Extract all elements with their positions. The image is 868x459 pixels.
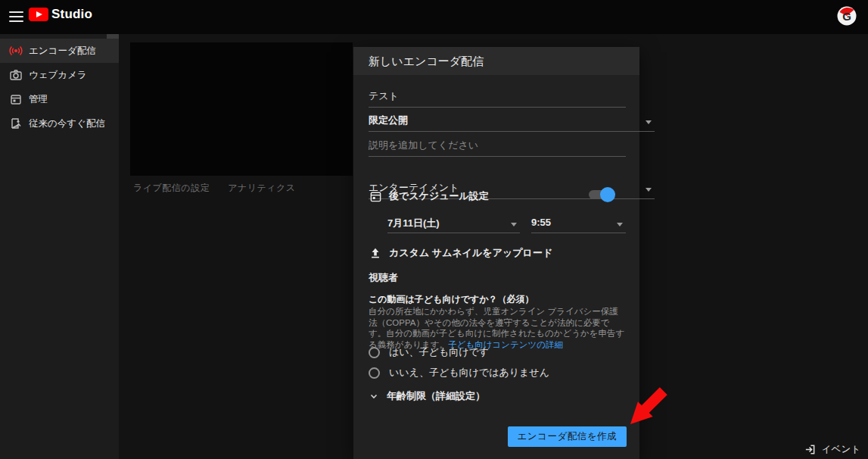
stream-title-input[interactable]: テスト (369, 89, 626, 108)
radio-icon (369, 367, 380, 379)
radio-made-for-kids-no[interactable]: いいえ、子ども向けではありません (369, 366, 626, 379)
annotation-arrow-icon (623, 377, 676, 433)
radio-no-label: いいえ、子ども向けではありません (389, 366, 549, 379)
radio-made-for-kids-yes[interactable]: はい、子ども向けです (369, 345, 626, 359)
visibility-select[interactable]: 限定公開 (369, 114, 655, 132)
send-feedback-button[interactable]: ! フィードバックを送信 (0, 448, 119, 459)
dialog-title: 新しいエンコーダ配信 (353, 47, 639, 75)
studio-logo[interactable]: Studio (29, 7, 92, 22)
new-encoder-stream-dialog: 新しいエンコーダ配信 テスト 限定公開 説明を追加してください エンターテイメン… (353, 47, 639, 459)
description-placeholder: 説明を追加してください (369, 139, 478, 151)
sidebar: エンコーダ配信 ウェブカメラ (0, 34, 119, 459)
description-input[interactable]: 説明を追加してください (369, 139, 626, 157)
create-encoder-stream-button[interactable]: エンコーダ配信を作成 (508, 426, 627, 447)
event-button[interactable]: イベント (804, 443, 860, 456)
kids-question: この動画は子ども向けですか？（必須） (369, 293, 626, 306)
radio-yes-label: はい、子ども向けです (389, 345, 489, 359)
svg-text:G: G (842, 10, 851, 23)
youtube-studio-screen: Studio G エンコーダ配信 (0, 0, 868, 459)
upload-thumbnail-button[interactable]: カスタム サムネイルをアップロード (369, 246, 626, 260)
date-select[interactable]: 7月11日(土) (387, 217, 520, 233)
top-bar: Studio G (0, 0, 868, 34)
stream-preview-placeholder (130, 42, 353, 176)
schedule-toggle[interactable] (587, 187, 615, 202)
visibility-value: 限定公開 (369, 114, 408, 126)
broadcast-icon (9, 44, 23, 58)
chevron-down-icon (511, 223, 517, 226)
sidebar-item-manage[interactable]: 管理 (0, 87, 119, 111)
enter-event-icon (804, 444, 816, 455)
schedule-label: 後でスケジュール設定 (389, 189, 489, 203)
camera-icon (9, 68, 23, 82)
calendar-manage-icon (9, 92, 23, 106)
radio-icon (369, 347, 380, 358)
age-restriction-expander[interactable]: 年齢制限（詳細設定） (369, 389, 626, 403)
chevron-down-icon (646, 188, 652, 192)
time-select[interactable]: 9:55 (531, 217, 626, 233)
schedule-row: 後でスケジュール設定 (369, 189, 626, 203)
brand-text: Studio (51, 7, 92, 22)
audience-section-label: 視聴者 (369, 271, 626, 285)
youtube-play-icon (29, 8, 48, 21)
event-label: イベント (822, 443, 860, 456)
toggle-thumb (600, 187, 615, 202)
age-restriction-label: 年齢制限（詳細設定） (387, 389, 485, 403)
date-value: 7月11日(土) (387, 217, 440, 229)
chevron-down-icon (617, 223, 623, 226)
chevron-down-icon (369, 391, 379, 401)
hamburger-menu-icon[interactable] (9, 11, 23, 22)
chevron-down-icon (646, 120, 652, 124)
kids-notice: 自分の所在地にかかわらず、児童オンライン プライバシー保護法（COPPA）やその… (369, 306, 627, 350)
tab-stream-settings[interactable]: ライブ配信の設定 (133, 182, 210, 195)
background-tabs: ライブ配信の設定 アナリティクス (133, 182, 296, 195)
upload-thumbnail-label: カスタム サムネイルをアップロード (389, 246, 552, 260)
calendar-icon (369, 189, 382, 203)
sidebar-item-label: ウェブカメラ (29, 69, 87, 82)
classic-stream-exit-icon (9, 117, 23, 130)
sidebar-item-label: 従来の今すぐ配信 (29, 117, 105, 130)
sidebar-item-webcam[interactable]: ウェブカメラ (0, 63, 119, 87)
sidebar-item-encoder-stream[interactable]: エンコーダ配信 (0, 39, 119, 63)
g-avatar-icon[interactable]: G (836, 5, 857, 27)
sidebar-item-label: エンコーダ配信 (29, 45, 96, 58)
sidebar-item-label: 管理 (29, 93, 48, 106)
tab-analytics[interactable]: アナリティクス (228, 182, 295, 195)
sidebar-item-classic-stream[interactable]: 従来の今すぐ配信 (0, 111, 119, 136)
time-value: 9:55 (531, 217, 551, 228)
upload-icon (369, 246, 382, 260)
